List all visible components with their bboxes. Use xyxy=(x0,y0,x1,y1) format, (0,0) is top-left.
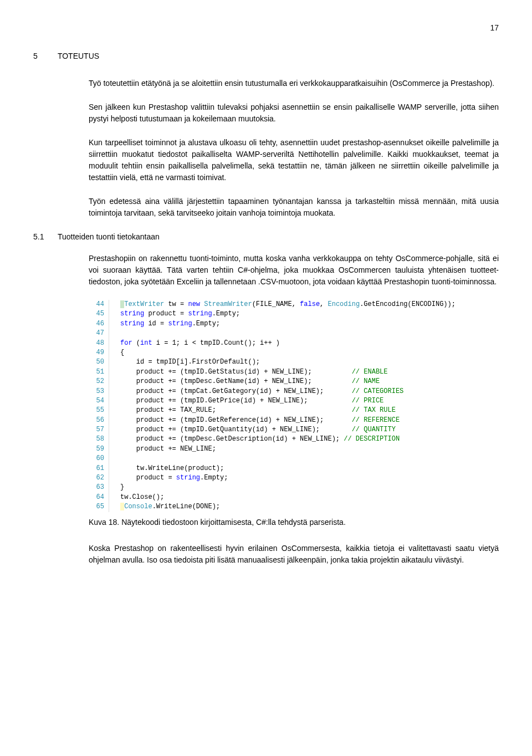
page-number: 17 xyxy=(33,22,499,34)
paragraph: Koska Prestashop on rakenteellisesti hyv… xyxy=(89,543,499,566)
section-title: TOTEUTUS xyxy=(58,50,99,62)
paragraph: Sen jälkeen kun Prestashop valittiin tul… xyxy=(89,101,499,125)
code-listing: 44 TextWriter tw = new StreamWriter(FILE… xyxy=(89,300,499,512)
section-number: 5 xyxy=(33,50,55,62)
subsection-title: Tuotteiden tuonti tietokantaan xyxy=(58,231,160,243)
subsection-heading: 5.1 Tuotteiden tuonti tietokantaan xyxy=(33,231,499,243)
paragraph: Kun tarpeelliset toiminnot ja alustava u… xyxy=(89,137,499,183)
paragraph: Työ toteutettiin etätyönä ja se aloitett… xyxy=(89,78,499,89)
paragraph: Prestashopiin on rakennettu tuonti-toimi… xyxy=(89,253,499,288)
section-heading: 5 TOTEUTUS xyxy=(33,50,499,62)
figure-caption: Kuva 18. Näytekoodi tiedostoon kirjoitta… xyxy=(89,517,499,528)
paragraph: Työn edetessä aina välillä järjestettiin… xyxy=(89,196,499,219)
subsection-number: 5.1 xyxy=(33,231,55,243)
